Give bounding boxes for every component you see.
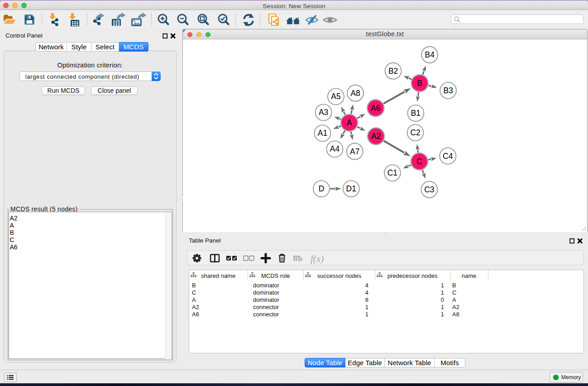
svg-text:B3: B3 xyxy=(443,86,453,95)
svg-text:A4: A4 xyxy=(330,144,340,153)
svg-text:C3: C3 xyxy=(424,185,434,194)
svg-text:D1: D1 xyxy=(346,184,356,193)
svg-text:B2: B2 xyxy=(388,67,398,76)
svg-text:B1: B1 xyxy=(411,109,421,118)
svg-text:C2: C2 xyxy=(410,128,420,137)
svg-text:B: B xyxy=(417,79,422,88)
svg-text:A2: A2 xyxy=(371,132,381,141)
svg-text:C1: C1 xyxy=(387,168,397,177)
svg-text:A7: A7 xyxy=(350,147,359,156)
svg-text:A1: A1 xyxy=(318,129,327,138)
svg-text:A6: A6 xyxy=(371,104,380,113)
svg-text:A3: A3 xyxy=(319,108,328,117)
svg-text:A5: A5 xyxy=(331,92,340,101)
svg-text:A8: A8 xyxy=(350,89,360,98)
svg-text:C4: C4 xyxy=(443,152,453,161)
svg-text:D: D xyxy=(319,184,325,193)
svg-text:A: A xyxy=(347,118,352,127)
svg-text:f(x): f(x) xyxy=(311,253,324,264)
svg-text:B4: B4 xyxy=(425,50,435,59)
svg-text:C: C xyxy=(416,157,422,166)
